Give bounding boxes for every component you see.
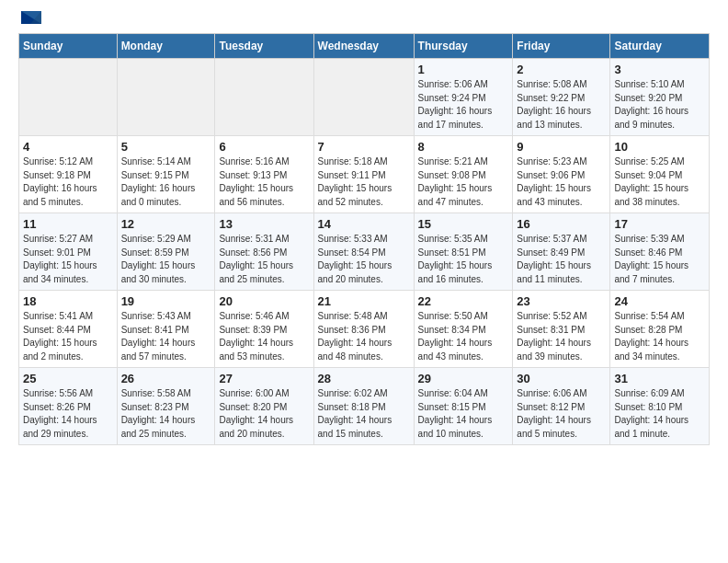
logo-flag-icon: [21, 11, 41, 24]
day-number: 16: [517, 217, 606, 231]
day-info: Sunrise: 5:54 AM Sunset: 8:28 PM Dayligh…: [614, 310, 705, 363]
calendar-cell: 15Sunrise: 5:35 AM Sunset: 8:51 PM Dayli…: [414, 213, 513, 291]
day-number: 19: [121, 294, 211, 308]
calendar-cell: 30Sunrise: 6:06 AM Sunset: 8:12 PM Dayli…: [513, 368, 610, 445]
calendar-cell: 31Sunrise: 6:09 AM Sunset: 8:10 PM Dayli…: [610, 368, 710, 445]
day-number: 18: [23, 294, 113, 308]
calendar-cell: 23Sunrise: 5:52 AM Sunset: 8:31 PM Dayli…: [513, 291, 610, 368]
calendar-cell: 14Sunrise: 5:33 AM Sunset: 8:54 PM Dayli…: [313, 213, 414, 291]
day-number: 10: [614, 140, 705, 154]
calendar-cell: 25Sunrise: 5:56 AM Sunset: 8:26 PM Dayli…: [19, 368, 118, 445]
day-info: Sunrise: 5:14 AM Sunset: 9:15 PM Dayligh…: [121, 155, 211, 209]
calendar-cell: 20Sunrise: 5:46 AM Sunset: 8:39 PM Dayli…: [215, 291, 313, 368]
calendar-cell: 4Sunrise: 5:12 AM Sunset: 9:18 PM Daylig…: [19, 136, 118, 213]
day-number: 25: [23, 372, 113, 385]
day-info: Sunrise: 5:43 AM Sunset: 8:41 PM Dayligh…: [121, 310, 211, 363]
day-info: Sunrise: 5:37 AM Sunset: 8:49 PM Dayligh…: [517, 233, 606, 286]
calendar-cell: [19, 59, 118, 136]
day-info: Sunrise: 5:41 AM Sunset: 8:44 PM Dayligh…: [23, 310, 113, 363]
calendar-cell: [215, 59, 313, 136]
day-info: Sunrise: 5:35 AM Sunset: 8:51 PM Dayligh…: [418, 233, 509, 286]
day-info: Sunrise: 6:04 AM Sunset: 8:15 PM Dayligh…: [418, 387, 509, 441]
logo: [18, 18, 41, 24]
day-number: 11: [23, 217, 113, 231]
calendar-week-row: 4Sunrise: 5:12 AM Sunset: 9:18 PM Daylig…: [19, 136, 710, 213]
day-info: Sunrise: 6:00 AM Sunset: 8:20 PM Dayligh…: [219, 387, 309, 441]
day-number: 31: [614, 372, 705, 385]
day-info: Sunrise: 5:08 AM Sunset: 9:22 PM Dayligh…: [517, 78, 606, 132]
day-info: Sunrise: 5:12 AM Sunset: 9:18 PM Dayligh…: [23, 155, 113, 209]
calendar-header-saturday: Saturday: [610, 34, 710, 59]
day-number: 23: [517, 294, 606, 308]
day-info: Sunrise: 5:16 AM Sunset: 9:13 PM Dayligh…: [219, 155, 309, 209]
day-info: Sunrise: 5:21 AM Sunset: 9:08 PM Dayligh…: [418, 155, 509, 209]
day-info: Sunrise: 5:33 AM Sunset: 8:54 PM Dayligh…: [318, 233, 410, 286]
day-info: Sunrise: 5:10 AM Sunset: 9:20 PM Dayligh…: [614, 78, 705, 132]
calendar-table: SundayMondayTuesdayWednesdayThursdayFrid…: [18, 33, 710, 445]
calendar-header-friday: Friday: [513, 34, 610, 59]
calendar-week-row: 11Sunrise: 5:27 AM Sunset: 9:01 PM Dayli…: [19, 213, 710, 291]
calendar-header-sunday: Sunday: [19, 34, 118, 59]
day-number: 4: [23, 140, 113, 154]
calendar-cell: 9Sunrise: 5:23 AM Sunset: 9:06 PM Daylig…: [513, 136, 610, 213]
day-number: 26: [121, 372, 211, 385]
calendar-cell: 24Sunrise: 5:54 AM Sunset: 8:28 PM Dayli…: [610, 291, 710, 368]
calendar-cell: 26Sunrise: 5:58 AM Sunset: 8:23 PM Dayli…: [117, 368, 215, 445]
calendar-cell: 11Sunrise: 5:27 AM Sunset: 9:01 PM Dayli…: [19, 213, 118, 291]
calendar-cell: 28Sunrise: 6:02 AM Sunset: 8:18 PM Dayli…: [313, 368, 414, 445]
day-info: Sunrise: 5:48 AM Sunset: 8:36 PM Dayligh…: [318, 310, 410, 363]
day-number: 1: [418, 63, 509, 76]
day-number: 12: [121, 217, 211, 231]
calendar-cell: 13Sunrise: 5:31 AM Sunset: 8:56 PM Dayli…: [215, 213, 313, 291]
calendar-header-wednesday: Wednesday: [313, 34, 414, 59]
calendar-cell: 10Sunrise: 5:25 AM Sunset: 9:04 PM Dayli…: [610, 136, 710, 213]
day-info: Sunrise: 5:25 AM Sunset: 9:04 PM Dayligh…: [614, 155, 705, 209]
day-number: 8: [418, 140, 509, 154]
calendar-cell: 19Sunrise: 5:43 AM Sunset: 8:41 PM Dayli…: [117, 291, 215, 368]
calendar-header-thursday: Thursday: [414, 34, 513, 59]
day-number: 6: [219, 140, 309, 154]
calendar-week-row: 1Sunrise: 5:06 AM Sunset: 9:24 PM Daylig…: [19, 59, 710, 136]
day-info: Sunrise: 5:18 AM Sunset: 9:11 PM Dayligh…: [318, 155, 410, 209]
day-info: Sunrise: 6:09 AM Sunset: 8:10 PM Dayligh…: [614, 387, 705, 441]
day-number: 13: [219, 217, 309, 231]
calendar-cell: 12Sunrise: 5:29 AM Sunset: 8:59 PM Dayli…: [117, 213, 215, 291]
day-info: Sunrise: 5:06 AM Sunset: 9:24 PM Dayligh…: [418, 78, 509, 132]
day-number: 2: [517, 63, 606, 76]
day-number: 15: [418, 217, 509, 231]
day-number: 3: [614, 63, 705, 76]
calendar-cell: 1Sunrise: 5:06 AM Sunset: 9:24 PM Daylig…: [414, 59, 513, 136]
day-info: Sunrise: 5:58 AM Sunset: 8:23 PM Dayligh…: [121, 387, 211, 441]
day-info: Sunrise: 5:23 AM Sunset: 9:06 PM Dayligh…: [517, 155, 606, 209]
calendar-cell: [117, 59, 215, 136]
page-header: [18, 18, 710, 24]
calendar-cell: 17Sunrise: 5:39 AM Sunset: 8:46 PM Dayli…: [610, 213, 710, 291]
day-number: 28: [318, 372, 410, 385]
calendar-header-tuesday: Tuesday: [215, 34, 313, 59]
day-number: 22: [418, 294, 509, 308]
day-number: 30: [517, 372, 606, 385]
calendar-week-row: 18Sunrise: 5:41 AM Sunset: 8:44 PM Dayli…: [19, 291, 710, 368]
day-number: 14: [318, 217, 410, 231]
calendar-header-row: SundayMondayTuesdayWednesdayThursdayFrid…: [19, 34, 710, 59]
day-info: Sunrise: 5:27 AM Sunset: 9:01 PM Dayligh…: [23, 233, 113, 286]
calendar-cell: 8Sunrise: 5:21 AM Sunset: 9:08 PM Daylig…: [414, 136, 513, 213]
calendar-cell: 2Sunrise: 5:08 AM Sunset: 9:22 PM Daylig…: [513, 59, 610, 136]
calendar-cell: 3Sunrise: 5:10 AM Sunset: 9:20 PM Daylig…: [610, 59, 710, 136]
day-number: 29: [418, 372, 509, 385]
calendar-cell: 18Sunrise: 5:41 AM Sunset: 8:44 PM Dayli…: [19, 291, 118, 368]
day-number: 21: [318, 294, 410, 308]
calendar-cell: 5Sunrise: 5:14 AM Sunset: 9:15 PM Daylig…: [117, 136, 215, 213]
day-number: 27: [219, 372, 309, 385]
day-number: 24: [614, 294, 705, 308]
day-number: 5: [121, 140, 211, 154]
calendar-cell: 27Sunrise: 6:00 AM Sunset: 8:20 PM Dayli…: [215, 368, 313, 445]
calendar-cell: 21Sunrise: 5:48 AM Sunset: 8:36 PM Dayli…: [313, 291, 414, 368]
calendar-cell: 22Sunrise: 5:50 AM Sunset: 8:34 PM Dayli…: [414, 291, 513, 368]
day-number: 7: [318, 140, 410, 154]
day-number: 9: [517, 140, 606, 154]
day-info: Sunrise: 5:31 AM Sunset: 8:56 PM Dayligh…: [219, 233, 309, 286]
day-info: Sunrise: 6:02 AM Sunset: 8:18 PM Dayligh…: [318, 387, 410, 441]
day-number: 20: [219, 294, 309, 308]
day-info: Sunrise: 5:50 AM Sunset: 8:34 PM Dayligh…: [418, 310, 509, 363]
